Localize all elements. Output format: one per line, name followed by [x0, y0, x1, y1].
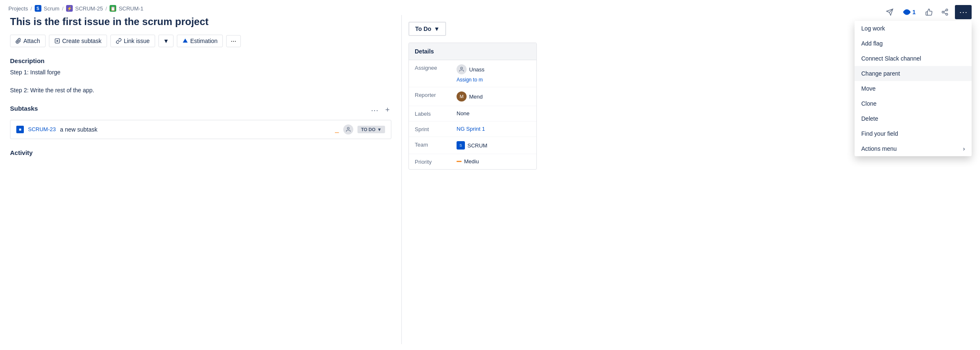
description-line2: Step 2: Write the rest of the app. [10, 86, 391, 95]
svg-point-1 [946, 9, 948, 11]
labels-label: Labels [415, 110, 452, 117]
page-layout: This is the first issue in the scrum pro… [0, 15, 980, 344]
menu-item-add-flag[interactable]: Add flag [855, 36, 972, 51]
share-button[interactable] [939, 6, 951, 18]
menu-item-move[interactable]: Move [855, 81, 972, 96]
priority-icon: ⎯ [335, 126, 339, 133]
menu-item-delete[interactable]: Delete [855, 111, 972, 126]
svg-point-2 [942, 11, 944, 13]
menu-item-clone-label: Clone [861, 100, 877, 107]
breadcrumb-sep3: / [105, 5, 107, 12]
create-subtask-button[interactable]: Create subtask [49, 35, 107, 47]
scrum-project-icon: S [35, 5, 41, 12]
toolbar-dropdown-button[interactable]: ▼ [158, 35, 174, 47]
menu-item-move-label: Move [861, 85, 875, 92]
svg-point-7 [347, 127, 350, 129]
menu-item-find-field[interactable]: Find your field [855, 126, 972, 141]
status-button[interactable]: To Do ▼ [408, 22, 446, 36]
labels-value[interactable]: None [457, 110, 531, 117]
svg-line-5 [944, 10, 946, 12]
reporter-row: Reporter M Mend [409, 87, 536, 106]
breadcrumb-scrum[interactable]: Scrum [44, 5, 60, 12]
breadcrumb: Projects / S Scrum / ⚡ SCRUM-25 / 📋 SCRU… [0, 0, 980, 15]
subtask-key[interactable]: SCRUM-23 [28, 126, 56, 132]
menu-item-delete-label: Delete [861, 115, 878, 122]
priority-value: Mediu [457, 158, 531, 165]
breadcrumb-scrum1[interactable]: SCRUM-1 [119, 5, 143, 12]
details-section: Details Assignee Unass [408, 43, 537, 170]
team-icon: S [457, 141, 465, 150]
toolbar: Attach Create subtask Link issue ▼ [10, 35, 391, 47]
priority-text: Mediu [464, 158, 479, 165]
menu-item-change-parent-label: Change parent [861, 70, 900, 77]
menu-item-add-flag-label: Add flag [861, 40, 883, 47]
menu-item-clone[interactable]: Clone [855, 96, 972, 111]
menu-item-actions-menu-label: Actions menu [861, 145, 897, 152]
subtask-summary: a new subtask [60, 126, 331, 133]
activity-section: Activity [10, 149, 391, 156]
sprint-row: Sprint NG Sprint 1 [409, 122, 536, 137]
reporter-value: M Mend [457, 91, 531, 101]
breadcrumb-sep2: / [62, 5, 64, 12]
subtask-assignee-avatar [343, 124, 353, 134]
link-issue-button[interactable]: Link issue [110, 35, 155, 47]
issue-title: This is the first issue in the scrum pro… [10, 15, 391, 28]
team-label: Team [415, 141, 452, 148]
menu-item-log-work[interactable]: Log work [855, 21, 972, 36]
breadcrumb-scrum25[interactable]: SCRUM-25 [75, 5, 103, 12]
subtasks-title: Subtasks [10, 105, 38, 112]
assignee-row: Assignee Unass Assign to m [409, 60, 536, 87]
watch-count: 1 [912, 9, 916, 15]
link-issue-label: Link issue [124, 38, 150, 44]
attach-label: Attach [23, 38, 40, 44]
right-panel: To Do ▼ Details Assignee [401, 15, 544, 344]
subtasks-header: Subtasks ⋯ + [10, 105, 391, 116]
subtask-status-label: TO DO [361, 127, 375, 132]
team-name: SCRUM [467, 142, 487, 149]
subtask-type-icon: ■ [16, 126, 24, 133]
status-chevron-icon: ▼ [434, 25, 440, 32]
create-subtask-label: Create subtask [62, 38, 102, 44]
reporter-name: Mend [469, 94, 483, 100]
subtask-more-button[interactable]: ⋯ [369, 105, 380, 116]
labels-text: None [457, 110, 470, 117]
status-button-label: To Do [415, 25, 431, 32]
assign-to-me-link[interactable]: Assign to m [457, 77, 485, 83]
announce-button[interactable] [884, 6, 896, 18]
subtask-add-button[interactable]: + [383, 105, 391, 115]
subtask-actions: ⋯ + [369, 105, 391, 116]
menu-item-actions-menu[interactable]: Actions menu › [855, 141, 972, 156]
priority-row: Priority Mediu [409, 154, 536, 169]
reporter-avatar: M [457, 91, 467, 101]
menu-item-change-parent[interactable]: Change parent [855, 66, 972, 81]
labels-row: Labels None [409, 106, 536, 122]
main-content: This is the first issue in the scrum pro… [0, 15, 401, 344]
description-title: Description [10, 57, 391, 64]
estimation-button[interactable]: Estimation [177, 35, 223, 47]
description-line1: Step 1: Install forge [10, 68, 391, 77]
scrum25-icon: ⚡ [66, 5, 73, 12]
subtask-status-badge[interactable]: TO DO ▼ [357, 126, 385, 133]
top-right-actions: 1 ⋯ [884, 5, 972, 19]
watch-button[interactable]: 1 [900, 6, 919, 18]
menu-item-connect-slack[interactable]: Connect Slack channel [855, 51, 972, 66]
more-actions-button[interactable]: ⋯ [955, 5, 972, 19]
actions-dropdown-menu: Log work Add flag Connect Slack channel … [855, 21, 972, 156]
assignee-value: Unass Assign to m [457, 64, 531, 83]
like-button[interactable] [923, 6, 935, 18]
breadcrumb-projects[interactable]: Projects [8, 5, 28, 12]
team-row: Team S SCRUM [409, 137, 536, 154]
team-value: S SCRUM [457, 141, 531, 150]
svg-point-8 [461, 67, 463, 69]
svg-line-4 [944, 13, 946, 14]
assignee-label: Assignee [415, 64, 452, 71]
toolbar-more-button[interactable]: ⋯ [226, 35, 241, 47]
assignee-avatar [457, 64, 467, 74]
estimation-label: Estimation [190, 38, 217, 44]
attach-button[interactable]: Attach [10, 35, 46, 47]
priority-indicator-icon [457, 161, 462, 162]
assignee-name: Unass [469, 66, 485, 73]
menu-item-find-field-label: Find your field [861, 130, 898, 137]
subtask-status-chevron: ▼ [377, 127, 382, 132]
sprint-link[interactable]: NG Sprint 1 [457, 126, 485, 132]
